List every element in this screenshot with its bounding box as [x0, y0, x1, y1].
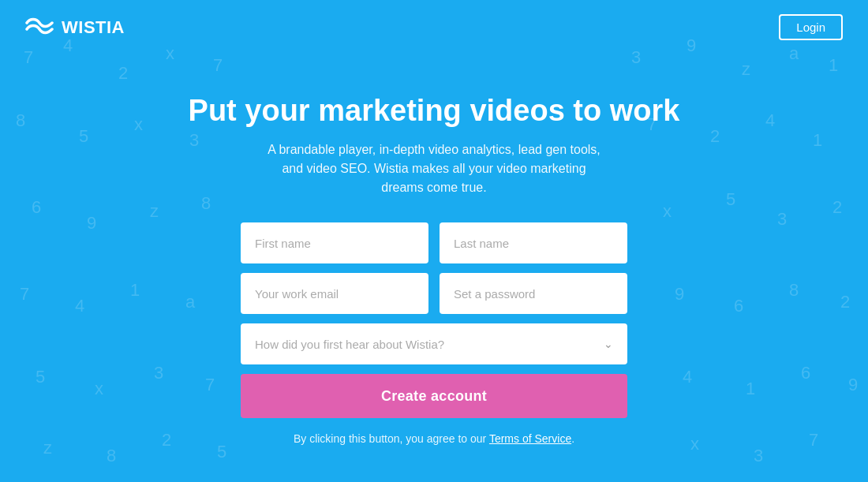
hear-about-select[interactable]: How did you first hear about Wistia? Sea…: [241, 323, 627, 364]
logo-text: WISTIA: [62, 17, 125, 38]
email-password-row: [241, 273, 627, 314]
last-name-input[interactable]: [440, 222, 627, 263]
page-headline: Put your marketing videos to work: [189, 94, 680, 128]
main-content: Put your marketing videos to work A bran…: [0, 54, 868, 445]
wistia-logo-icon: [25, 17, 54, 39]
password-input[interactable]: [440, 273, 627, 314]
header: WISTIA Login: [0, 0, 868, 54]
first-name-input[interactable]: [241, 222, 428, 263]
page-subtext: A brandable player, in-depth video analy…: [260, 140, 608, 197]
name-row: [241, 222, 627, 263]
email-input[interactable]: [241, 273, 428, 314]
terms-prefix: By clicking this button, you agree to ou…: [294, 432, 489, 445]
terms-of-service-link[interactable]: Terms of Service: [489, 432, 571, 445]
logo: WISTIA: [25, 17, 125, 39]
login-button[interactable]: Login: [779, 14, 843, 40]
create-account-button[interactable]: Create account: [241, 374, 627, 418]
signup-form: How did you first hear about Wistia? Sea…: [241, 222, 627, 445]
terms-suffix: .: [571, 432, 574, 445]
hear-about-wrapper: How did you first hear about Wistia? Sea…: [241, 323, 627, 364]
terms-text: By clicking this button, you agree to ou…: [241, 432, 627, 445]
